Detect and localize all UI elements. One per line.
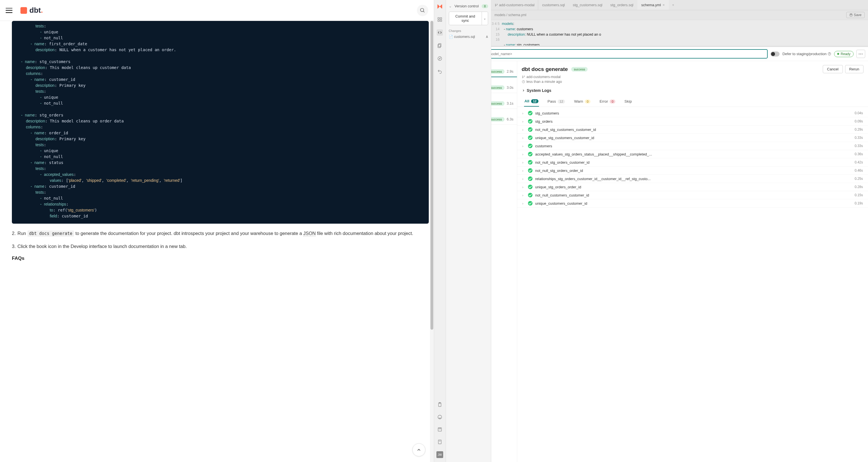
cancel-button[interactable]: Cancel [823,65,843,73]
change-file: customers.sql [454,35,475,39]
result-name: relationships_stg_orders_customer_id__cu… [535,177,852,181]
version-control-sidebar: ⌄ Version control 8 Commit and sync ⌄ Ch… [446,0,491,462]
dbt-rail-logo-icon[interactable] [437,3,443,10]
results-title: dbt docs generate [522,66,568,72]
svg-point-25 [522,78,523,78]
undo-icon[interactable] [437,68,443,75]
tab-label: customers.sql [542,3,565,7]
check-icon [528,201,532,206]
branch-tab[interactable]: add-customers-modal [491,0,538,10]
result-row[interactable]: ›customers0.33s [517,142,868,150]
scroll-to-top-button[interactable] [412,443,425,456]
svg-rect-2 [438,18,439,19]
status-pill: success [491,117,504,122]
clock-icon [522,80,525,84]
result-row[interactable]: ›unique_customers_customer_id0.19s [517,199,868,208]
user-avatar[interactable]: JW [436,451,443,458]
result-time: 0.19s [855,201,863,205]
system-logs-toggle[interactable]: System Logs [517,86,868,95]
count-badge: 0 [610,99,615,103]
file-tab-active[interactable]: schema.yml× [638,0,669,10]
tab-warn[interactable]: Warn0 [574,97,591,106]
result-row[interactable]: ›stg_orders0.09s [517,117,868,126]
result-row[interactable]: ›stg_customers0.04s [517,109,868,117]
svg-point-17 [495,4,496,4]
svg-rect-4 [438,20,439,22]
docs-header: dbt. [0,0,434,21]
json-underline: JSON [303,231,316,236]
result-row[interactable]: ›accepted_values_stg_orders_status__plac… [517,150,868,158]
chevron-right-icon: › [522,160,525,164]
step-text: Run dbt docs generate to generate the do… [18,230,413,237]
hamburger-menu-icon[interactable] [6,8,12,13]
compass-icon[interactable] [437,55,443,62]
branch-name: add-customers-modal [499,3,535,7]
tab-all[interactable]: All12 [524,97,539,106]
search-button[interactable] [417,5,428,16]
count-badge: 12 [558,99,565,103]
history-item[interactable]: dbt run add-customers-modalsuccess6.3s [491,109,517,125]
docs-scrollbar[interactable] [430,21,434,462]
history-item[interactable]: dbt docs generate add-customers-modalsuc… [491,77,517,93]
more-button[interactable]: ⋯ [857,50,865,58]
svg-point-8 [438,57,442,61]
close-icon[interactable]: × [662,3,665,7]
code-icon[interactable] [437,29,443,36]
support-icon[interactable] [437,414,443,420]
chevron-right-icon: › [522,168,525,173]
git-branch-icon [495,3,498,7]
svg-point-26 [524,76,525,76]
commit-and-sync-button[interactable]: Commit and sync ⌄ [449,11,488,25]
svg-rect-7 [438,44,440,48]
results-branch: add-customers-modal [527,75,561,79]
file-tab[interactable]: customers.sql [538,0,569,10]
files-icon[interactable] [437,42,443,49]
t: Run [18,231,27,236]
check-icon [528,177,532,181]
save-button[interactable]: Save [846,12,865,18]
code-editor[interactable]: 3 4 5 14 15 16 models: - name: customers… [491,20,868,45]
svg-point-23 [830,55,830,55]
check-icon [528,127,532,132]
ide-rail: JW [434,0,446,462]
clipboard-icon[interactable] [437,401,443,408]
result-row[interactable]: ›not_null_stg_customers_customer_id0.29s [517,126,868,134]
floppy-icon [849,13,853,17]
tab-error[interactable]: Error0 [599,97,616,106]
tab-pass[interactable]: Pass12 [547,97,565,106]
result-row[interactable]: ›unique_stg_orders_order_id0.28s [517,183,868,191]
result-time: 0.15s [855,193,863,197]
save-icon[interactable] [437,426,443,433]
defer-toggle[interactable] [771,52,779,57]
result-row[interactable]: ›not_null_customers_customer_id0.15s [517,191,868,199]
t: to generate the documentation for your p… [74,231,303,236]
change-item[interactable]: 📄customers.sql A [449,34,488,39]
check-icon [528,193,532,197]
calc-icon[interactable] [437,439,443,445]
syslogs-label: System Logs [527,88,552,93]
file-tab[interactable]: stg_customers.sql [569,0,606,10]
tab-skip[interactable]: Skip [624,97,632,106]
commit-label: Commit and sync [449,12,482,25]
tab-label: stg_customers.sql [572,3,602,7]
check-icon [528,111,532,115]
result-row[interactable]: ›relationships_stg_orders_customer_id__c… [517,175,868,183]
file-tab[interactable]: stg_orders.sql [606,0,638,10]
svg-rect-5 [440,20,442,22]
check-icon [528,152,532,156]
help-icon[interactable] [828,52,831,56]
add-tab-button[interactable]: + [670,3,677,7]
commit-dropdown[interactable]: ⌄ [482,12,488,25]
grid-icon[interactable] [437,17,443,23]
dbt-logo[interactable]: dbt. [20,6,43,15]
result-row[interactable]: ›unique_stg_customers_customer_id0.33s [517,134,868,142]
rerun-button[interactable]: Rerun [845,65,864,73]
history-item[interactable]: dbt test add-customers-modalsuccess3.1s [491,93,517,109]
result-row[interactable]: ›not_null_stg_orders_customer_id0.42s [517,158,868,166]
svg-rect-15 [438,440,441,444]
history-item[interactable]: dbt docs generate add-customers-modalsuc… [491,61,517,77]
result-row[interactable]: ›not_null_stg_orders_order_id0.46s [517,166,868,175]
command-input[interactable] [491,49,768,59]
search-icon [420,8,425,13]
change-badge: A [486,35,488,38]
